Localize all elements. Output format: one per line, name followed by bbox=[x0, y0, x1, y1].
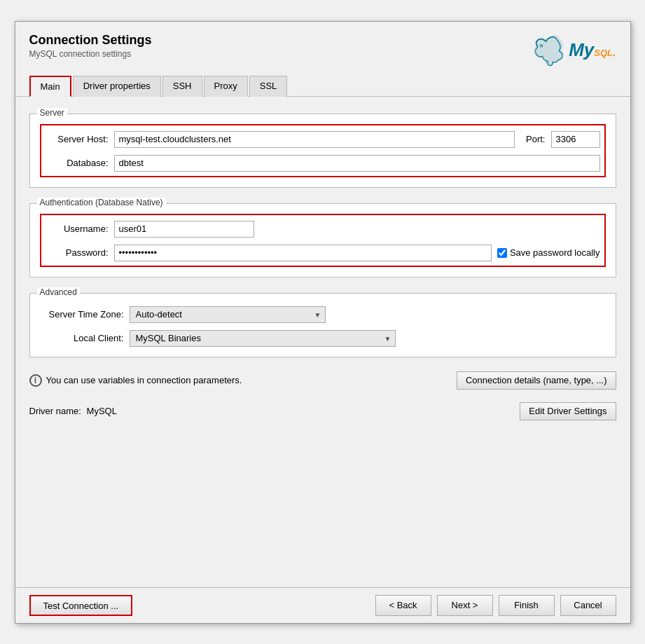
password-label: Password: bbox=[46, 247, 109, 258]
port-label: Port: bbox=[526, 134, 545, 144]
advanced-section-title: Advanced bbox=[37, 287, 80, 297]
server-host-row: Server Host: Port: bbox=[46, 131, 600, 148]
info-row: i You can use variables in connection pa… bbox=[29, 371, 616, 390]
connection-details-button[interactable]: Connection details (name, type, ...) bbox=[457, 371, 616, 390]
local-client-label: Local Client: bbox=[40, 333, 124, 343]
info-icon: i bbox=[29, 374, 42, 387]
tab-ssl[interactable]: SSL bbox=[249, 76, 288, 97]
tab-driver-properties[interactable]: Driver properties bbox=[73, 76, 161, 97]
save-password-label: Save password locally bbox=[510, 247, 600, 258]
driver-label: Driver name: bbox=[29, 406, 81, 416]
finish-button[interactable]: Finish bbox=[499, 595, 555, 616]
auth-section-title: Authentication (Database Native) bbox=[37, 198, 166, 207]
local-client-dropdown-wrapper: MySQL Binaries Custom ▼ bbox=[130, 330, 396, 347]
next-button[interactable]: Next > bbox=[437, 595, 493, 616]
tab-main[interactable]: Main bbox=[29, 76, 71, 97]
port-input[interactable] bbox=[551, 131, 600, 148]
timezone-select[interactable]: Auto-detect UTC America/New_York bbox=[130, 306, 326, 323]
driver-row: Driver name: MySQL Edit Driver Settings bbox=[29, 402, 616, 420]
timezone-dropdown-wrapper: Auto-detect UTC America/New_York ▼ bbox=[130, 306, 326, 323]
tab-ssh[interactable]: SSH bbox=[162, 76, 202, 97]
save-password-row: Save password locally bbox=[497, 247, 600, 258]
cancel-button[interactable]: Cancel bbox=[560, 595, 616, 616]
timezone-label: Server Time Zone: bbox=[40, 309, 124, 320]
password-input[interactable] bbox=[114, 245, 492, 261]
svg-point-0 bbox=[540, 43, 543, 47]
dialog-header: Connection Settings MySQL connection set… bbox=[15, 22, 630, 71]
tabs-bar: Main Driver properties SSH Proxy SSL bbox=[15, 75, 630, 97]
database-row: Database: bbox=[46, 155, 600, 172]
username-row: Username: bbox=[46, 221, 600, 238]
dialog-footer: Test Connection ... < Back Next > Finish… bbox=[15, 587, 630, 623]
database-input[interactable] bbox=[114, 155, 600, 172]
server-host-label: Server Host: bbox=[46, 134, 109, 144]
dialog-title: Connection Settings bbox=[29, 33, 152, 48]
edit-driver-button[interactable]: Edit Driver Settings bbox=[520, 402, 616, 420]
mysql-dolphin-icon bbox=[531, 33, 566, 68]
local-client-select[interactable]: MySQL Binaries Custom bbox=[130, 330, 396, 347]
connection-settings-dialog: Connection Settings MySQL connection set… bbox=[15, 21, 631, 624]
username-input[interactable] bbox=[114, 221, 254, 238]
mysql-logo: MySQL. bbox=[531, 33, 616, 68]
advanced-section: Advanced Server Time Zone: Auto-detect U… bbox=[29, 293, 616, 357]
local-client-row: Local Client: MySQL Binaries Custom ▼ bbox=[40, 330, 606, 347]
server-host-port-group: Server Host: Port: Database: bbox=[40, 124, 606, 177]
mysql-wordmark: MySQL. bbox=[569, 39, 616, 61]
driver-name-text: Driver name: MySQL bbox=[29, 406, 117, 416]
tab-proxy[interactable]: Proxy bbox=[204, 76, 248, 97]
auth-section: Authentication (Database Native) Usernam… bbox=[29, 203, 616, 278]
info-left: i You can use variables in connection pa… bbox=[29, 374, 242, 387]
driver-value: MySQL bbox=[87, 406, 117, 416]
auth-fields-group: Username: Password: Save password locall… bbox=[40, 214, 606, 267]
dialog-content: Server Server Host: Port: Database: Auth… bbox=[15, 97, 630, 587]
server-section: Server Server Host: Port: Database: bbox=[29, 114, 616, 188]
test-connection-button[interactable]: Test Connection ... bbox=[29, 595, 133, 616]
username-label: Username: bbox=[46, 224, 109, 234]
mysql-text-logo: MySQL. bbox=[569, 39, 616, 61]
timezone-row: Server Time Zone: Auto-detect UTC Americ… bbox=[40, 306, 606, 323]
save-password-checkbox[interactable] bbox=[497, 248, 507, 258]
database-label: Database: bbox=[46, 158, 109, 168]
server-host-input[interactable] bbox=[114, 131, 515, 148]
dialog-subtitle: MySQL connection settings bbox=[29, 49, 152, 59]
title-area: Connection Settings MySQL connection set… bbox=[29, 33, 152, 59]
server-section-title: Server bbox=[37, 108, 67, 118]
back-button[interactable]: < Back bbox=[375, 595, 431, 616]
info-text: You can use variables in connection para… bbox=[46, 375, 242, 385]
password-row: Password: Save password locally bbox=[46, 245, 600, 261]
